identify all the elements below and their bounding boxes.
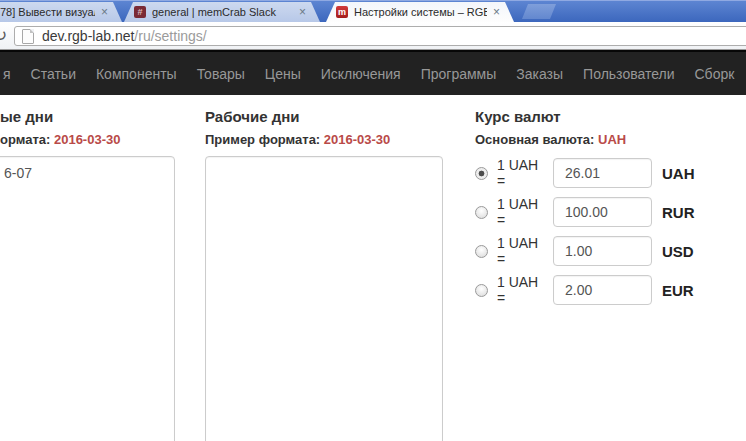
- currency-code-label: RUR: [662, 204, 695, 221]
- nav-item-orders[interactable]: Заказы: [506, 66, 573, 82]
- url-bar[interactable]: dev.rgb-lab.net/ru/settings/: [14, 26, 746, 46]
- url-host: dev.rgb-lab.net: [42, 28, 134, 44]
- rate-prefix: 1 UAH =: [497, 235, 545, 267]
- weekend-days-textarea[interactable]: 6-07: [0, 156, 175, 441]
- browser-tab-3-active[interactable]: m Настройки системы – RGB ×: [326, 2, 514, 22]
- base-currency-radio-rur[interactable]: [475, 206, 488, 219]
- new-tab-button[interactable]: [522, 4, 556, 19]
- nav-item-partial[interactable]: я: [0, 66, 21, 82]
- working-days-textarea[interactable]: [205, 156, 443, 441]
- tab-title: general | memCrab Slack: [152, 6, 293, 18]
- nav-item-components[interactable]: Компоненты: [86, 66, 187, 82]
- nav-item-users[interactable]: Пользователи: [573, 66, 684, 82]
- memcrab-favicon-icon: m: [336, 6, 348, 18]
- rate-prefix: 1 UAH =: [497, 157, 545, 189]
- rate-input-usd[interactable]: [553, 236, 652, 266]
- currency-code-label: EUR: [662, 282, 694, 299]
- rate-input-uah[interactable]: [553, 158, 652, 188]
- nav-item-articles[interactable]: Статьи: [21, 66, 86, 82]
- base-currency-radio-usd[interactable]: [475, 245, 488, 258]
- working-format-label: Пример формата: 2016-03-30: [205, 132, 390, 147]
- weekend-days-title: ые дни: [0, 108, 53, 125]
- url-text: dev.rgb-lab.net/ru/settings/: [42, 28, 207, 44]
- base-currency-label: Основная валюта: UAH: [475, 132, 626, 147]
- page-icon: [22, 29, 34, 44]
- rate-prefix: 1 UAH =: [497, 196, 545, 228]
- tab-title: 78] Вывести визуал: [0, 6, 95, 18]
- browser-toolbar: ↻ dev.rgb-lab.net/ru/settings/: [0, 22, 746, 50]
- browser-tab-strip: 78] Вывести визуал × # general | memCrab…: [0, 0, 746, 22]
- base-currency-code: UAH: [598, 132, 626, 147]
- nav-item-builds[interactable]: Сборк: [685, 66, 745, 82]
- nav-item-exceptions[interactable]: Исключения: [311, 66, 411, 82]
- rate-input-eur[interactable]: [553, 275, 652, 305]
- site-navbar: я Статьи Компоненты Товары Цены Исключен…: [0, 50, 746, 95]
- rate-input-rur[interactable]: [553, 197, 652, 227]
- rate-prefix: 1 UAH =: [497, 274, 545, 306]
- currency-row-usd: 1 UAH = USD: [475, 236, 694, 266]
- slack-favicon-icon: #: [134, 6, 146, 18]
- reload-icon[interactable]: ↻: [0, 25, 7, 46]
- currency-rates-title: Курс валют: [475, 108, 561, 125]
- base-currency-radio-eur[interactable]: [475, 284, 488, 297]
- url-path: /ru/settings/: [134, 28, 206, 44]
- close-icon[interactable]: ×: [299, 6, 306, 18]
- format-example-date: 2016-03-30: [54, 132, 121, 147]
- browser-tab-2[interactable]: # general | memCrab Slack ×: [124, 2, 320, 22]
- close-icon[interactable]: ×: [101, 6, 108, 18]
- weekend-format-label: ормата: 2016-03-30: [0, 132, 120, 147]
- currency-code-label: USD: [662, 243, 694, 260]
- tab-title: Настройки системы – RGB: [354, 6, 487, 18]
- format-example-date: 2016-03-30: [324, 132, 391, 147]
- nav-item-programs[interactable]: Программы: [411, 66, 507, 82]
- currency-row-rur: 1 UAH = RUR: [475, 197, 695, 227]
- browser-tab-1[interactable]: 78] Вывести визуал ×: [0, 2, 122, 22]
- currency-code-label: UAH: [662, 165, 695, 182]
- weekend-days-value: 6-07: [4, 165, 32, 181]
- nav-item-prices[interactable]: Цены: [255, 66, 311, 82]
- close-icon[interactable]: ×: [493, 6, 500, 18]
- base-currency-radio-uah[interactable]: [475, 167, 488, 180]
- currency-row-eur: 1 UAH = EUR: [475, 275, 694, 305]
- nav-item-goods[interactable]: Товары: [187, 66, 255, 82]
- working-days-title: Рабочие дни: [205, 108, 299, 125]
- currency-row-uah: 1 UAH = UAH: [475, 158, 695, 188]
